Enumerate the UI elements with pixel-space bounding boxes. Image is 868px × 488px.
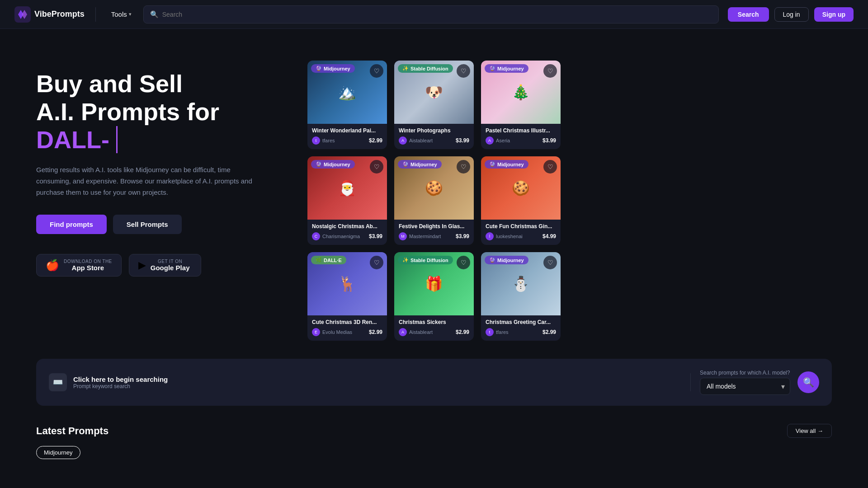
favorite-button[interactable]: ♡ (543, 160, 557, 174)
product-card[interactable]: 🏔️ 🔮 Midjourney ♡ Winter Wonderland Pai.… (307, 61, 387, 149)
author-name: Charismaenigma (322, 234, 360, 239)
card-badge: 🌿 DALL·E (311, 256, 346, 264)
author-avatar: l (486, 232, 494, 240)
badge-label: Stable Diffusion (410, 66, 448, 71)
tools-menu-button[interactable]: Tools ▾ (107, 8, 136, 21)
favorite-button[interactable]: ♡ (370, 160, 383, 174)
card-price: $4.99 (542, 233, 556, 239)
favorite-button[interactable]: ♡ (457, 64, 470, 78)
card-image: 🐶 ✨ Stable Diffusion ♡ (394, 61, 474, 124)
badge-emoji: 🔮 (316, 161, 322, 167)
favorite-button[interactable]: ♡ (370, 256, 383, 269)
card-image: 🎅 🔮 Midjourney ♡ (307, 156, 387, 220)
card-meta: A Aseria $3.99 (486, 136, 556, 145)
search-divider (690, 373, 691, 391)
author-avatar: t (486, 328, 494, 336)
model-select[interactable]: All modelsMidjourneyStable DiffusionDALL… (700, 378, 790, 395)
card-image: ⛄ 🔮 Midjourney ♡ (481, 252, 561, 315)
product-grid: 🏔️ 🔮 Midjourney ♡ Winter Wonderland Pai.… (307, 56, 561, 341)
card-title: Winter Wonderland Pai... (312, 127, 382, 134)
favorite-button[interactable]: ♡ (457, 256, 470, 269)
card-title: Festive Delights In Glas... (399, 223, 469, 230)
product-card[interactable]: ⛄ 🔮 Midjourney ♡ Christmas Greeting Car.… (481, 252, 561, 341)
author-avatar: A (399, 136, 407, 145)
app-store-sub: Download on the (64, 259, 112, 264)
card-meta: t tfares $2.99 (486, 328, 556, 336)
card-image: 🦌 🌿 DALL·E ♡ (307, 252, 387, 315)
product-card[interactable]: 🎁 ✨ Stable Diffusion ♡ Christmas Sickers… (394, 252, 474, 341)
badge-label: Stable Diffusion (410, 258, 448, 263)
card-meta: C Charismaenigma $3.99 (312, 232, 382, 240)
card-author: A Aseria (486, 136, 510, 145)
product-card[interactable]: 🍪 🔮 Midjourney ♡ Festive Delights In Gla… (394, 156, 474, 245)
card-meta: l luokeshenai $4.99 (486, 232, 556, 240)
view-all-button[interactable]: View all → (787, 424, 832, 438)
author-name: Mastermindart (409, 234, 441, 239)
badge-label: Midjourney (324, 66, 350, 71)
author-avatar: E (312, 328, 320, 336)
favorite-button[interactable]: ♡ (543, 64, 557, 78)
apple-icon: 🍎 (46, 259, 59, 272)
google-play-button[interactable]: ▶ GET IT ON Google Play (129, 254, 201, 277)
product-card[interactable]: 🎄 🔮 Midjourney ♡ Pastel Christmas Illust… (481, 61, 561, 149)
product-card[interactable]: 🎅 🔮 Midjourney ♡ Nostalgic Christmas Ab.… (307, 156, 387, 245)
card-price: $3.99 (542, 137, 556, 144)
signup-button[interactable]: Sign up (814, 7, 854, 22)
app-store-button[interactable]: 🍎 Download on the App Store (36, 254, 122, 277)
card-price: $3.99 (369, 233, 382, 239)
hero-title-line2: A.I. Prompts for (36, 98, 219, 125)
app-store-main: App Store (64, 264, 112, 272)
search-click-text: Click here to begin searching (73, 375, 168, 383)
card-author: A Aistableart (399, 328, 433, 336)
card-author: A Aistableart (399, 136, 433, 145)
search-go-button[interactable]: 🔍 (797, 371, 819, 393)
login-button[interactable]: Log in (774, 7, 809, 22)
badge-emoji: ✨ (402, 257, 409, 263)
author-name: Aistableart (409, 329, 433, 335)
card-title: Christmas Greeting Car... (486, 319, 556, 325)
author-avatar: A (399, 328, 407, 336)
search-button[interactable]: Search (728, 7, 769, 22)
card-info: Cute Christmas 3D Ren... E Evolu Medias … (307, 315, 387, 341)
filter-tabs: Midjourney (36, 446, 832, 459)
hero-title-highlight: DALL- (36, 126, 118, 153)
author-avatar: M (399, 232, 407, 240)
tools-label: Tools (111, 10, 127, 18)
model-select-container: Search prompts for which A.I. model? All… (700, 370, 790, 395)
favorite-button[interactable]: ♡ (370, 64, 383, 78)
logo[interactable]: VibePrompts (14, 6, 85, 23)
find-prompts-button[interactable]: Find prompts (36, 215, 107, 234)
product-card[interactable]: 🐶 ✨ Stable Diffusion ♡ Winter Photograph… (394, 61, 474, 149)
author-name: tfares (322, 138, 335, 143)
card-badge: 🔮 Midjourney (311, 160, 355, 169)
card-badge: 🔮 Midjourney (311, 64, 355, 73)
brand-name: VibePrompts (34, 9, 85, 19)
card-meta: A Aistableart $3.99 (399, 136, 469, 145)
author-name: Evolu Medias (322, 329, 352, 335)
hero-content: Buy and Sell A.I. Prompts for DALL- Gett… (36, 56, 289, 277)
product-card[interactable]: 🍪 🔮 Midjourney ♡ Cute Fun Christmas Gin.… (481, 156, 561, 245)
tools-chevron-icon: ▾ (129, 11, 132, 17)
badge-emoji: 🔮 (489, 257, 495, 263)
filter-tab[interactable]: Midjourney (36, 446, 80, 459)
card-info: Winter Wonderland Pai... t tfares $2.99 (307, 124, 387, 149)
search-input[interactable] (162, 11, 712, 18)
search-click-area[interactable]: Click here to begin searching Prompt key… (73, 375, 168, 389)
favorite-button[interactable]: ♡ (457, 160, 470, 174)
search-prompt-icon: ⌨️ (49, 373, 67, 391)
sell-prompts-button[interactable]: Sell Prompts (113, 215, 182, 234)
badge-label: Midjourney (324, 162, 350, 167)
hero-title: Buy and Sell A.I. Prompts for DALL- (36, 70, 289, 154)
favorite-button[interactable]: ♡ (543, 256, 557, 269)
hero-description: Getting results with A.I. tools like Mid… (36, 164, 253, 198)
search-bar[interactable]: 🔍 (143, 5, 719, 23)
card-image: 🎄 🔮 Midjourney ♡ (481, 61, 561, 124)
play-icon: ▶ (138, 259, 146, 271)
card-info: Christmas Sickers A Aistableart $2.99 (394, 315, 474, 341)
card-badge: 🔮 Midjourney (398, 160, 442, 169)
logo-icon (14, 6, 31, 23)
search-section: ⌨️ Click here to begin searching Prompt … (36, 359, 832, 406)
google-play-sub: GET IT ON (151, 259, 190, 264)
product-card[interactable]: 🦌 🌿 DALL·E ♡ Cute Christmas 3D Ren... E … (307, 252, 387, 341)
card-info: Cute Fun Christmas Gin... l luokeshenai … (481, 220, 561, 245)
